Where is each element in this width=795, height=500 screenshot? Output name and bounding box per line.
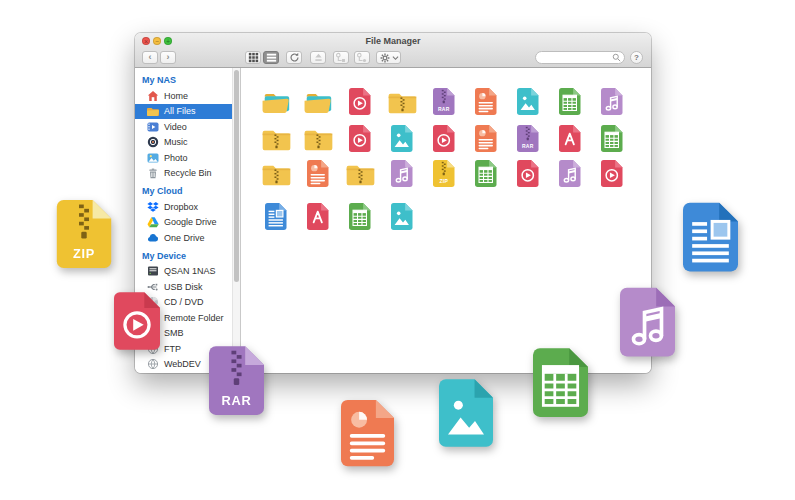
- sidebar-item-home[interactable]: Home: [135, 88, 240, 104]
- sidebar-item-recycle-bin[interactable]: Recycle Bin: [135, 166, 240, 182]
- share-link-button[interactable]: [354, 51, 370, 64]
- sidebar-item-label: Home: [164, 91, 188, 101]
- gear-icon: [379, 52, 391, 64]
- word-file-icon: [683, 202, 738, 272]
- file-icon-folder-zip[interactable]: [381, 88, 423, 115]
- sidebar-section-my-device: My Device: [135, 246, 240, 264]
- sidebar-item-photo[interactable]: Photo: [135, 150, 240, 166]
- sidebar-item-video[interactable]: Video: [135, 119, 240, 135]
- sidebar-item-google-drive[interactable]: Google Drive: [135, 215, 240, 231]
- search-icon: [612, 53, 621, 62]
- sidebar-item-label: QSAN 1NAS: [164, 266, 216, 276]
- toolbar: [245, 51, 401, 64]
- file-icon-video[interactable]: [423, 125, 465, 152]
- file-icon-doc[interactable]: [465, 125, 507, 152]
- sidebar-scrollbar-track[interactable]: [232, 68, 240, 373]
- help-button[interactable]: ?: [630, 51, 643, 64]
- file-icon-image[interactable]: [507, 88, 549, 115]
- chevron-down-icon: [392, 55, 399, 61]
- upload-icon: [313, 52, 324, 63]
- sidebar-item-label: USB Disk: [164, 282, 203, 292]
- link-node-icon: [335, 52, 347, 64]
- list-view-icon: [266, 52, 277, 63]
- file-icon-word[interactable]: [255, 203, 297, 230]
- google-drive-icon: [147, 216, 159, 228]
- file-grid: RAR RAR: [241, 68, 651, 373]
- search-input[interactable]: [536, 53, 612, 63]
- grid-row: ZIP: [255, 160, 651, 187]
- file-icon-video[interactable]: [591, 160, 633, 187]
- grid-view-button[interactable]: [245, 51, 261, 64]
- file-icon-sheet[interactable]: [591, 125, 633, 152]
- list-view-button[interactable]: [263, 51, 279, 64]
- refresh-button[interactable]: [286, 51, 302, 64]
- file-icon-doc[interactable]: [297, 160, 339, 187]
- file-icon-folder-zip[interactable]: [339, 160, 381, 187]
- file-icon-sheet[interactable]: [339, 203, 381, 230]
- music-file-icon: [620, 287, 675, 357]
- forward-button[interactable]: ›: [160, 51, 176, 64]
- image-file-icon: [439, 378, 493, 448]
- file-icon-music[interactable]: [549, 160, 591, 187]
- upload-button[interactable]: [310, 51, 326, 64]
- svg-text:RAR: RAR: [522, 143, 534, 149]
- nas-icon: [147, 265, 159, 277]
- refresh-icon: [289, 52, 300, 63]
- sidebar-item-label: One Drive: [164, 233, 205, 243]
- sidebar-item-one-drive[interactable]: One Drive: [135, 230, 240, 246]
- folder-icon: [147, 105, 159, 117]
- sidebar-item-dropbox[interactable]: Dropbox: [135, 199, 240, 215]
- file-icon-folder-open[interactable]: [297, 88, 339, 115]
- file-icon-folder-zip[interactable]: [255, 125, 297, 152]
- grid-view-icon: [248, 52, 259, 63]
- svg-text:ZIP: ZIP: [440, 178, 449, 184]
- sidebar-section-my-cloud: My Cloud: [135, 181, 240, 199]
- file-icon-rar[interactable]: RAR: [507, 125, 549, 152]
- nav-buttons: ‹›: [142, 51, 176, 64]
- photo-app-icon: [147, 152, 159, 164]
- file-icon-pdf[interactable]: [297, 203, 339, 230]
- sidebar-item-label: SMB: [164, 328, 184, 338]
- sidebar-item-qsan-1nas[interactable]: QSAN 1NAS: [135, 264, 240, 280]
- file-icon-folder-zip[interactable]: [255, 160, 297, 187]
- zip-file-icon: ZIP: [56, 200, 112, 268]
- settings-button[interactable]: [376, 51, 401, 64]
- sidebar-item-label: Remote Folder: [164, 313, 224, 323]
- file-manager-window: ×−+ File Manager ‹› ? My NASHomeAll File…: [135, 33, 651, 373]
- file-icon-rar[interactable]: RAR: [423, 88, 465, 115]
- file-icon-video[interactable]: [507, 160, 549, 187]
- file-icon-zip[interactable]: ZIP: [423, 160, 465, 187]
- file-icon-image[interactable]: [381, 203, 423, 230]
- sidebar-item-label: Video: [164, 122, 187, 132]
- dropbox-icon: [147, 201, 159, 213]
- search-box[interactable]: [535, 51, 625, 64]
- video-file-icon: [114, 286, 160, 356]
- file-icon-image[interactable]: [381, 125, 423, 152]
- share-node-icon: [356, 52, 368, 64]
- sidebar-item-all-files[interactable]: All Files: [135, 104, 240, 120]
- sidebar-item-label: Recycle Bin: [164, 168, 212, 178]
- file-icon-pdf[interactable]: [549, 125, 591, 152]
- onedrive-icon: [147, 232, 159, 244]
- sidebar-scrollbar-thumb[interactable]: [234, 70, 239, 282]
- file-icon-music[interactable]: [591, 88, 633, 115]
- sidebar-item-label: Photo: [164, 153, 188, 163]
- file-icon-video[interactable]: [339, 88, 381, 115]
- sidebar-item-label: Google Drive: [164, 217, 217, 227]
- file-icon-doc[interactable]: [465, 88, 507, 115]
- home-icon: [147, 90, 159, 102]
- file-icon-folder-zip[interactable]: [297, 125, 339, 152]
- file-icon-sheet[interactable]: [549, 88, 591, 115]
- spreadsheet-file-icon: [533, 348, 588, 417]
- file-icon-music[interactable]: [381, 160, 423, 187]
- sidebar-section-my-nas: My NAS: [135, 70, 240, 88]
- window-chrome: ×−+ File Manager ‹› ?: [135, 33, 651, 68]
- grid-row: RAR: [255, 88, 651, 115]
- sidebar-item-music[interactable]: Music: [135, 135, 240, 151]
- file-icon-video[interactable]: [339, 125, 381, 152]
- back-button[interactable]: ‹: [142, 51, 158, 64]
- file-icon-sheet[interactable]: [465, 160, 507, 187]
- file-icon-folder-open[interactable]: [255, 88, 297, 115]
- create-link-button[interactable]: [333, 51, 349, 64]
- network-icon: [147, 358, 159, 370]
